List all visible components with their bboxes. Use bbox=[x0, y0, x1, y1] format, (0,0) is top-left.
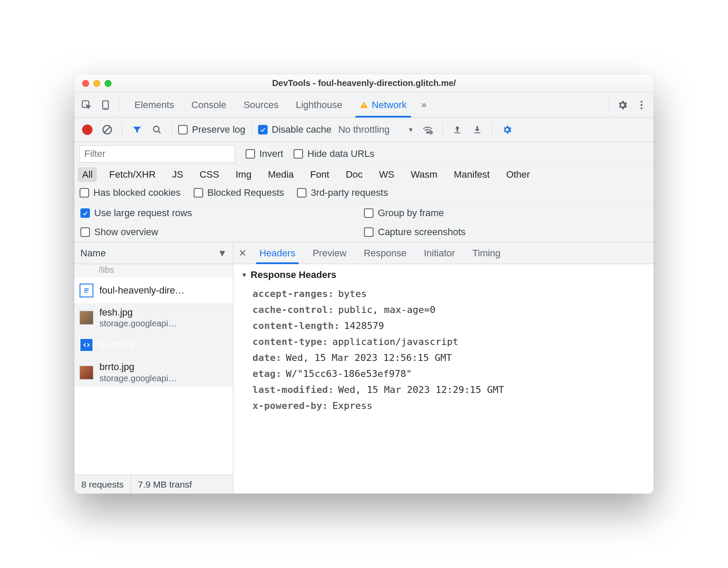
record-button[interactable] bbox=[79, 121, 96, 138]
tab-label: Console bbox=[192, 99, 227, 111]
detail-tab-timing[interactable]: Timing bbox=[464, 243, 509, 264]
capture-screenshots-checkbox[interactable]: Capture screenshots bbox=[364, 227, 648, 238]
type-chip-js[interactable]: JS bbox=[168, 167, 188, 182]
tab-network[interactable]: Network bbox=[351, 93, 415, 117]
detail-tab-response[interactable]: Response bbox=[355, 243, 415, 264]
header-value: Express bbox=[332, 400, 373, 411]
tab-label: Headers bbox=[259, 248, 295, 259]
status-requests: 8 requests bbox=[74, 475, 131, 494]
header-row: accept-ranges:bytes bbox=[241, 286, 646, 302]
checkbox-label: Group by frame bbox=[378, 207, 444, 219]
tab-lighthouse[interactable]: Lighthouse bbox=[287, 93, 351, 117]
list-item[interactable]: /libs bbox=[74, 264, 233, 278]
type-chip-img[interactable]: Img bbox=[231, 167, 256, 182]
checkbox-icon bbox=[258, 125, 268, 134]
resource-type-bar: All Fetch/XHR JS CSS Img Media Font Doc … bbox=[74, 165, 654, 185]
svg-point-12 bbox=[427, 131, 428, 133]
separator-icon bbox=[118, 98, 119, 112]
type-chip-wasm[interactable]: Wasm bbox=[406, 167, 442, 182]
tab-label: Timing bbox=[473, 248, 501, 259]
svg-point-7 bbox=[641, 107, 642, 109]
detail-tab-initiator[interactable]: Initiator bbox=[415, 243, 463, 264]
header-key: content-type: bbox=[252, 336, 328, 347]
detail-tab-preview[interactable]: Preview bbox=[304, 243, 355, 264]
svg-rect-14 bbox=[454, 132, 461, 133]
type-chip-other[interactable]: Other bbox=[502, 167, 534, 182]
header-row: cache-control:public, max-age=0 bbox=[241, 302, 646, 318]
type-chip-media[interactable]: Media bbox=[264, 167, 298, 182]
header-value: public, max-age=0 bbox=[338, 304, 435, 315]
list-item[interactable]: brrto.jpg storage.googleapi… bbox=[74, 358, 233, 386]
list-item[interactable]: foul-heavenly-dire… bbox=[74, 278, 233, 303]
document-icon bbox=[80, 284, 93, 297]
request-name: fesh.jpg bbox=[99, 307, 177, 318]
search-icon[interactable] bbox=[148, 121, 166, 138]
disable-cache-checkbox[interactable]: Disable cache bbox=[258, 124, 332, 135]
section-title-text: Response Headers bbox=[251, 269, 336, 281]
type-chip-font[interactable]: Font bbox=[306, 167, 334, 182]
kebab-menu-icon[interactable] bbox=[633, 96, 650, 114]
invert-checkbox[interactable]: Invert bbox=[246, 148, 283, 160]
zoom-window-button[interactable] bbox=[105, 80, 112, 87]
type-chip-all[interactable]: All bbox=[78, 167, 97, 182]
device-toggle-icon[interactable] bbox=[97, 96, 114, 114]
header-value: W/"15cc63-186e53ef978" bbox=[286, 368, 412, 379]
extra-filters-row: Has blocked cookies Blocked Requests 3rd… bbox=[74, 185, 654, 203]
show-overview-checkbox[interactable]: Show overview bbox=[80, 227, 364, 238]
disclosure-triangle-icon: ▼ bbox=[241, 271, 247, 278]
network-settings-gear-icon[interactable] bbox=[498, 121, 516, 138]
type-chip-ws[interactable]: WS bbox=[375, 167, 399, 182]
header-key: content-length: bbox=[252, 320, 340, 331]
clear-icon[interactable] bbox=[99, 121, 116, 138]
upload-har-icon[interactable] bbox=[449, 121, 466, 138]
sort-caret-icon: ▼ bbox=[217, 248, 227, 259]
request-list-header[interactable]: Name ▼ bbox=[74, 243, 233, 264]
type-chip-manifest[interactable]: Manifest bbox=[450, 167, 494, 182]
list-item-selected[interactable]: bundle.js bbox=[74, 332, 233, 358]
tab-label: Elements bbox=[134, 99, 174, 111]
more-tabs-button[interactable]: » bbox=[417, 99, 431, 111]
main-tabs: Elements Console Sources Lighthouse Netw… bbox=[126, 93, 415, 117]
blocked-cookies-checkbox[interactable]: Has blocked cookies bbox=[80, 187, 181, 198]
close-window-button[interactable] bbox=[82, 80, 89, 87]
script-icon bbox=[80, 338, 93, 352]
devtools-window: DevTools - foul-heavenly-direction.glitc… bbox=[74, 74, 654, 494]
svg-point-10 bbox=[153, 126, 159, 132]
request-rows: /libs foul-heavenly-dire… fesh.jpg stora… bbox=[74, 264, 233, 475]
request-name: foul-heavenly-dire… bbox=[99, 285, 185, 296]
request-name: brrto.jpg bbox=[99, 361, 177, 373]
header-row: last-modified:Wed, 15 Mar 2023 12:29:15 … bbox=[241, 382, 646, 398]
tab-label: Response bbox=[364, 248, 406, 259]
blocked-requests-checkbox[interactable]: Blocked Requests bbox=[194, 187, 284, 198]
tab-console[interactable]: Console bbox=[183, 93, 235, 117]
network-conditions-icon[interactable] bbox=[419, 121, 436, 138]
tab-sources[interactable]: Sources bbox=[235, 93, 287, 117]
type-chip-fetchxhr[interactable]: Fetch/XHR bbox=[105, 167, 160, 182]
inspect-icon[interactable] bbox=[78, 96, 95, 114]
svg-point-5 bbox=[641, 101, 642, 102]
filter-input[interactable] bbox=[80, 145, 235, 163]
large-rows-checkbox[interactable]: Use large request rows bbox=[80, 207, 364, 219]
minimize-window-button[interactable] bbox=[93, 80, 100, 87]
throttling-select[interactable]: No throttling ▼ bbox=[338, 124, 414, 135]
settings-gear-icon[interactable] bbox=[614, 96, 631, 114]
tab-label: Sources bbox=[243, 99, 278, 111]
response-headers-section[interactable]: ▼ Response Headers bbox=[241, 269, 646, 281]
group-by-frame-checkbox[interactable]: Group by frame bbox=[364, 207, 648, 219]
request-domain: storage.googleapi… bbox=[99, 373, 177, 383]
download-har-icon[interactable] bbox=[469, 121, 486, 138]
content-split: Name ▼ /libs foul-heavenly-dire… fesh.jp… bbox=[74, 243, 654, 494]
header-key: last-modified: bbox=[252, 384, 334, 395]
filter-icon[interactable] bbox=[128, 121, 146, 138]
header-key: etag: bbox=[252, 368, 281, 379]
type-chip-doc[interactable]: Doc bbox=[342, 167, 367, 182]
preserve-log-checkbox[interactable]: Preserve log bbox=[178, 124, 246, 135]
tab-elements[interactable]: Elements bbox=[126, 93, 183, 117]
tab-label: Network bbox=[372, 99, 407, 111]
third-party-checkbox[interactable]: 3rd-party requests bbox=[297, 187, 388, 198]
list-item[interactable]: fesh.jpg storage.googleapi… bbox=[74, 303, 233, 332]
detail-tab-headers[interactable]: Headers bbox=[251, 243, 304, 264]
hide-data-urls-checkbox[interactable]: Hide data URLs bbox=[294, 148, 374, 160]
close-detail-button[interactable]: ✕ bbox=[237, 248, 251, 259]
type-chip-css[interactable]: CSS bbox=[195, 167, 224, 182]
